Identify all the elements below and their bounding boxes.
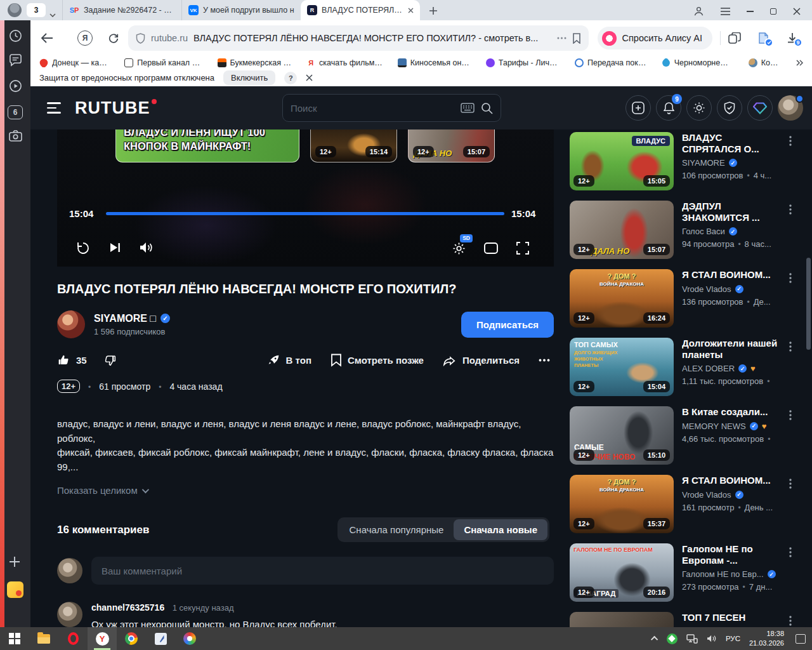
comment-author[interactable]: channel76325716: [91, 602, 164, 613]
volume-button[interactable]: [139, 241, 154, 256]
video-menu-icon[interactable]: [789, 136, 792, 146]
yandex-browser-icon[interactable]: Y: [88, 627, 117, 650]
fullscreen-button[interactable]: [516, 241, 530, 255]
video-menu-icon[interactable]: [789, 616, 792, 626]
video-menu-icon[interactable]: [789, 342, 792, 352]
video-title[interactable]: ТОП 7 ПЕСЕН: [682, 612, 779, 623]
sort-new-button[interactable]: Сначала новые: [454, 519, 547, 540]
bookmark-item[interactable]: Первый канал — о: [124, 58, 203, 67]
settings-button[interactable]: SD: [452, 241, 466, 256]
channel-name[interactable]: MEMORY NEWS: [682, 421, 746, 431]
paint-icon[interactable]: [146, 627, 175, 650]
video-thumbnail[interactable]: САМЫЕ ГОРЯЧИЕ НОВО 12+ 15:10: [570, 406, 674, 465]
video-thumbnail[interactable]: ДАЛА НО 12+ 15:07: [570, 201, 674, 259]
sidebar-add-icon[interactable]: [8, 555, 21, 568]
video-title[interactable]: Долгожители нашей планеты: [682, 338, 779, 360]
enable-protection-button[interactable]: Включить: [223, 70, 275, 85]
notifications-bell-icon[interactable]: 9: [656, 95, 681, 121]
tab-counter-chevron-icon[interactable]: [49, 13, 56, 17]
premium-diamond-icon[interactable]: [747, 95, 773, 121]
share-button[interactable]: Поделиться: [443, 354, 520, 367]
show-more-button[interactable]: Показать целиком: [57, 485, 554, 496]
browser-profile-avatar[interactable]: [8, 3, 22, 17]
file-explorer-icon[interactable]: [29, 627, 58, 650]
back-button[interactable]: [41, 33, 53, 43]
bookmark-item[interactable]: Передача показа: [575, 58, 648, 67]
boost-button[interactable]: В топ: [267, 354, 311, 367]
video-thumbnail[interactable]: ГАЛОПОМ НЕ ПО ЕВРОПАМ АКВАГРАД 12+ 20:16: [570, 543, 674, 602]
window-close-button[interactable]: [793, 8, 801, 15]
video-thumbnail[interactable]: ТОП САМЫХ ДОЛГО ЖИВУЩИХ ЖИВОТНЫХ ПЛАНЕТЫ…: [570, 338, 674, 396]
search-input[interactable]: [291, 103, 454, 114]
recommended-video[interactable]: ? ДОМ ? ВОЙНА ДРАКОНА 12+ 15:37 Я СТАЛ В…: [570, 475, 793, 533]
history-icon[interactable]: [9, 29, 22, 43]
endscreen-card-2[interactable]: 12+ 15:14: [310, 129, 397, 162]
channel-name[interactable]: Vrode Vlados: [682, 490, 731, 500]
upload-video-icon[interactable]: [625, 95, 651, 121]
video-thumbnail[interactable]: ? ДОМ ? ВОЙНА ДРАКОНА 12+ 16:24: [570, 269, 674, 328]
tabs-count-icon[interactable]: 6: [8, 105, 23, 119]
video-services-icon[interactable]: [9, 79, 22, 93]
bookmark-item[interactable]: Тарифы - Личный: [486, 58, 561, 67]
miniplayer-button[interactable]: [483, 242, 499, 255]
new-tab-button[interactable]: [429, 6, 438, 15]
more-actions-icon[interactable]: [539, 359, 550, 362]
tab-counter[interactable]: 3: [27, 3, 46, 17]
antivirus-tray-icon[interactable]: [667, 633, 678, 644]
video-title[interactable]: Я СТАЛ ВОИНОМ...: [682, 269, 779, 281]
theme-sun-icon[interactable]: [686, 95, 712, 121]
volume-tray-icon[interactable]: [707, 634, 717, 643]
tab-groups-icon[interactable]: [728, 32, 741, 44]
recommended-video[interactable]: ТОП 7 ПЕСЕН: [570, 612, 793, 627]
channel-name[interactable]: Vrode Vlados: [682, 284, 731, 294]
recommended-video[interactable]: ГАЛОПОМ НЕ ПО ЕВРОПАМ АКВАГРАД 12+ 20:16…: [570, 543, 793, 602]
notice-close-icon[interactable]: [306, 74, 313, 81]
extension-icon[interactable]: [757, 32, 769, 44]
opera-icon[interactable]: [58, 627, 88, 650]
safe-mode-shield-icon[interactable]: [717, 95, 742, 121]
search-box[interactable]: [282, 94, 501, 122]
video-player[interactable]: ВЛАДУС И ЛЕНЯ ИЩУТ 100 КНОПОК В МАЙНКРАФ…: [57, 129, 554, 267]
page-scrollbar[interactable]: [806, 86, 811, 627]
channel-name[interactable]: SIYAMORE: [682, 158, 725, 168]
chrome-icon[interactable]: [117, 627, 146, 650]
help-icon[interactable]: ?: [284, 72, 297, 84]
recommended-video[interactable]: ДАЛА НО 12+ 15:07 ДЭДПУЛ ЗНАКОМИТСЯ ... …: [570, 201, 793, 259]
sort-popular-button[interactable]: Сначала популярные: [339, 519, 454, 540]
video-title[interactable]: В Китае создали...: [682, 406, 779, 418]
search-submit-icon[interactable]: [481, 102, 493, 114]
bookmark-item[interactable]: Донецк — карта,: [39, 58, 110, 67]
comments-icon[interactable]: [9, 54, 22, 67]
downloads-icon[interactable]: 9: [787, 32, 798, 44]
video-menu-icon[interactable]: [789, 479, 792, 489]
video-menu-icon[interactable]: [789, 410, 792, 420]
address-bar[interactable]: rutube.ru ВЛАДУС ПОТЕРЯЛ ЛЁНЮ НАВСЕГДА! …: [128, 25, 589, 51]
video-thumbnail[interactable]: [570, 612, 674, 627]
tab-close-icon[interactable]: [408, 8, 414, 13]
site-security-icon[interactable]: [136, 33, 145, 44]
window-minimize-button[interactable]: [747, 11, 754, 12]
video-title[interactable]: ДЭДПУЛ ЗНАКОМИТСЯ ...: [682, 201, 779, 223]
endscreen-card-3[interactable]: ДАЛА НО 12+ 15:07: [408, 129, 495, 162]
recommended-video[interactable]: ? ДОМ ? ВОЙНА ДРАКОНА 12+ 16:24 Я СТАЛ В…: [570, 269, 793, 328]
channel-avatar[interactable]: [57, 310, 85, 338]
dislike-button[interactable]: [103, 354, 117, 367]
photos-icon[interactable]: [175, 627, 204, 650]
video-thumbnail[interactable]: ? ДОМ ? ВОЙНА ДРАКОНА 12+ 15:37: [570, 475, 674, 533]
video-menu-icon[interactable]: [789, 273, 792, 283]
bookmark-item[interactable]: Киносемья онлай: [398, 58, 472, 67]
tray-expand-icon[interactable]: [651, 636, 658, 643]
bookmark-item[interactable]: Яскачать фильмы 2: [306, 58, 384, 67]
next-video-button[interactable]: [108, 241, 122, 256]
profile-avatar[interactable]: [778, 95, 803, 121]
channel-name[interactable]: Галопом НЕ по Евр...: [682, 569, 764, 579]
tab-sp[interactable]: SP Задание №2926472 - про: [62, 0, 181, 20]
replay-button[interactable]: [75, 241, 91, 256]
video-title[interactable]: ВЛАДУС СПРЯТАЛСЯ О...: [682, 132, 779, 154]
ask-alice-button[interactable]: Спросить Алису AI: [598, 27, 713, 50]
comment-input[interactable]: [91, 557, 554, 585]
recommended-video[interactable]: ВЛАДУС 12+ 15:05 ВЛАДУС СПРЯТАЛСЯ О... S…: [570, 132, 793, 190]
recommended-video[interactable]: САМЫЕ ГОРЯЧИЕ НОВО 12+ 15:10 В Китае соз…: [570, 406, 793, 465]
video-menu-icon[interactable]: [789, 204, 792, 215]
subscribe-button[interactable]: Подписаться: [461, 312, 554, 338]
